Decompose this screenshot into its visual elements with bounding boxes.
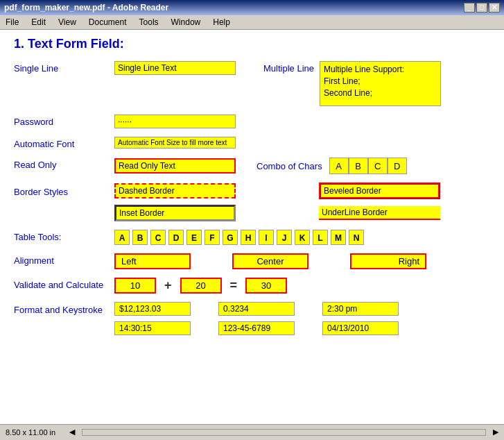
single-line-label: Single Line [14,61,114,74]
readonly-field[interactable]: Read Only Text [114,158,236,174]
title-bar: pdf_form_maker_new.pdf - Adobe Reader _ … [0,0,504,15]
menu-help[interactable]: Help [210,17,233,28]
multiple-line-label: Multiple Line [263,61,314,74]
maximize-button[interactable]: □ [476,3,487,12]
scroll-left-icon[interactable]: ◀ [69,428,75,437]
single-line-row: Single Line Single Line Text Multiple Li… [14,61,490,106]
main-content: 1. Text Form Field: Single Line Single L… [0,30,504,424]
table-tools-label: Table Tools: [14,230,114,242]
beveled-border-field[interactable]: Beveled Border [319,183,440,199]
table-letter-l[interactable]: L [313,230,328,245]
alignment-row: Alignment Left Center Right [14,253,490,269]
alignment-label: Alignment [14,253,114,266]
password-field[interactable]: ······ [114,115,236,128]
table-letter-e[interactable]: E [186,230,202,245]
single-line-field[interactable]: Single Line Text [114,61,236,75]
table-tools-row: Table Tools: A B C D E F G H I J K L M N [14,230,490,245]
password-label: Password [14,115,114,127]
table-letter-k[interactable]: K [295,230,310,245]
dashed-border-field[interactable]: Dashed Border [114,183,236,198]
combo-cell-c[interactable]: C [368,158,388,174]
combo-cells: A B C D [329,158,407,174]
format-row: Format and Keystroke $12,123.03 0.3234 2… [14,302,490,335]
border-styles-row: Border Styles Dashed Border Beveled Bord… [14,183,490,221]
window-controls[interactable]: _ □ ✕ [464,3,500,12]
autofont-field[interactable]: Automatic Font Size to fill more text [114,137,236,149]
readonly-row: Read Only Read Only Text Combo of Chars … [14,158,490,174]
validate-label: Validate and Calculate [14,278,114,290]
plus-operator: + [164,278,172,293]
format-f1[interactable]: $12,123.03 [114,302,191,316]
table-tools-letters: A B C D E F G H I J K L M N [114,230,364,245]
table-letter-a[interactable]: A [114,230,130,245]
align-center-field[interactable]: Center [232,253,309,269]
inset-border-field[interactable]: Inset Border [114,205,236,221]
format-label: Format and Keystroke [14,303,114,315]
border-styles-spacer [14,212,114,214]
close-button[interactable]: ✕ [489,3,500,12]
minimize-button[interactable]: _ [464,3,475,12]
validate-row: Validate and Calculate 10 + 20 = 30 [14,278,490,294]
calc-result[interactable]: 30 [245,278,287,294]
table-letter-f[interactable]: F [205,230,220,245]
align-left-field[interactable]: Left [114,253,191,269]
table-letter-n[interactable]: N [349,230,364,245]
equals-operator: = [230,278,238,293]
calc-val1[interactable]: 10 [114,278,156,294]
format-f5[interactable]: 123-45-6789 [218,321,295,335]
combo-label: Combo of Chars [257,161,322,171]
readonly-label: Read Only [14,158,114,170]
menu-document[interactable]: Document [86,17,130,28]
autofont-label: Automatic Font [14,137,114,149]
combo-cell-a[interactable]: A [329,158,349,174]
table-letter-b[interactable]: B [132,230,148,245]
menu-edit[interactable]: Edit [28,17,49,28]
calc-val2[interactable]: 20 [180,278,222,294]
menu-bar: File Edit View Document Tools Window Hel… [0,15,504,30]
table-letter-d[interactable]: D [168,230,184,245]
page-heading: 1. Text Form Field: [14,37,490,51]
table-letter-g[interactable]: G [223,230,238,245]
format-f4[interactable]: 14:30:15 [114,321,191,335]
status-bar: 8.50 x 11.00 in ◀ ▶ [0,424,504,439]
format-f3[interactable]: 2:30 pm [322,302,399,316]
menu-view[interactable]: View [55,17,79,28]
table-letter-c[interactable]: C [150,230,166,245]
table-letter-h[interactable]: H [241,230,256,245]
format-f2[interactable]: 0.3234 [218,302,295,316]
menu-file[interactable]: File [3,17,21,28]
menu-window[interactable]: Window [168,17,204,28]
password-row: Password ······ [14,115,490,128]
scroll-right-icon[interactable]: ▶ [493,428,498,437]
align-right-field[interactable]: Right [350,253,426,269]
border-styles-label: Border Styles [14,185,114,197]
combo-cell-d[interactable]: D [388,158,407,174]
underline-border-field[interactable]: UnderLine Border [319,206,440,220]
combo-cell-b[interactable]: B [349,158,368,174]
multiple-line-field[interactable]: Multiple Line Support:First Line;Second … [320,61,441,106]
menu-tools[interactable]: Tools [137,17,162,28]
page-size: 8.50 x 11.00 in [6,428,55,437]
format-f6[interactable]: 04/13/2010 [322,321,399,335]
table-letter-m[interactable]: M [331,230,346,245]
autofont-row: Automatic Font Automatic Font Size to fi… [14,137,490,149]
format-row2-spacer [14,328,114,330]
window-title: pdf_form_maker_new.pdf - Adobe Reader [4,3,168,12]
table-letter-i[interactable]: I [259,230,274,245]
multiple-line-text: Multiple Line Support:First Line;Second … [324,65,404,98]
table-letter-j[interactable]: J [277,230,292,245]
